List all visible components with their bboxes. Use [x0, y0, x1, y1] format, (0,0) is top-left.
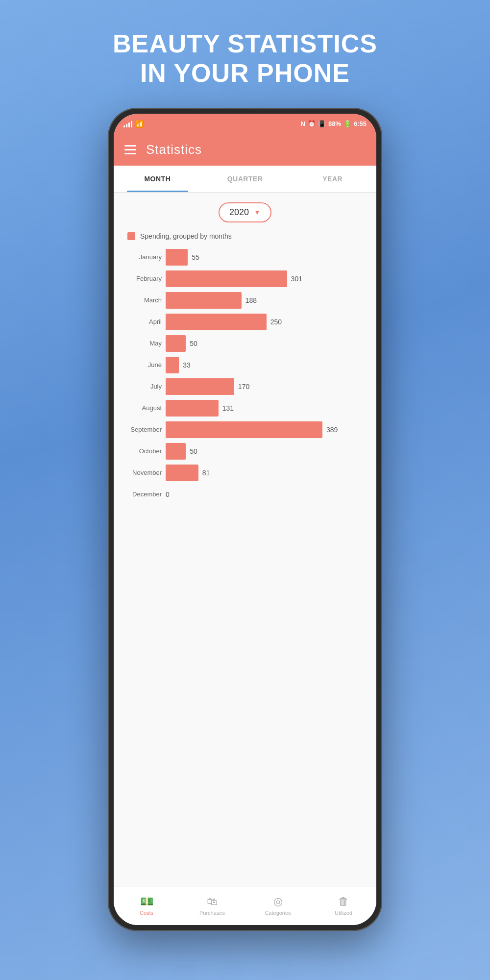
- chart-bar: [166, 335, 186, 352]
- chart-bar-value: 50: [190, 340, 197, 347]
- utilized-label: Utilized: [335, 910, 352, 916]
- status-bar: 📶 N ⏰ 📳 88% 🔋 6:55: [114, 114, 376, 134]
- chart-bar-value: 50: [190, 447, 197, 455]
- chart-row: January55: [122, 248, 368, 267]
- chart-bar: [166, 378, 234, 395]
- chart-row: July170: [122, 377, 368, 396]
- chart-bar-wrap: 50: [166, 335, 368, 352]
- tab-quarter[interactable]: QUARTER: [201, 166, 289, 192]
- chart-month-label: November: [122, 469, 162, 476]
- nav-item-categories[interactable]: ◎ Categories: [245, 886, 311, 925]
- chart-bar-value: 188: [245, 296, 257, 304]
- purchases-icon: 🛍: [207, 895, 218, 908]
- costs-icon: 💵: [140, 895, 153, 908]
- chart-row: June33: [122, 356, 368, 374]
- status-right: N ⏰ 📳 88% 🔋 6:55: [301, 120, 367, 127]
- tab-year[interactable]: YEAR: [289, 166, 376, 192]
- chart-bar: [166, 292, 242, 309]
- chart-bar-wrap: 389: [166, 421, 368, 438]
- battery-icon: 🔋: [343, 120, 351, 127]
- content-area: 2020 ▼ Spending, grouped by months Janua…: [114, 193, 376, 886]
- chart-bar-wrap: 0: [166, 490, 368, 498]
- tab-bar: MONTH QUARTER YEAR: [114, 166, 376, 193]
- chart-row: March188: [122, 291, 368, 310]
- chart-month-label: February: [122, 275, 162, 282]
- status-left: 📶: [123, 120, 144, 128]
- chart-bar: [166, 465, 198, 481]
- chart-bar: [166, 400, 219, 416]
- battery-level: 88%: [328, 120, 341, 127]
- chart-bar-value: 389: [326, 426, 338, 434]
- chart-row: February301: [122, 270, 368, 288]
- wifi-icon: 📶: [135, 120, 144, 128]
- alarm-icon: ⏰: [308, 120, 316, 127]
- chart-row: April250: [122, 313, 368, 331]
- chart-bar-wrap: 301: [166, 270, 368, 287]
- nav-item-purchases[interactable]: 🛍 Purchases: [179, 886, 245, 925]
- nav-item-utilized[interactable]: 🗑 Utilized: [311, 886, 376, 925]
- chart-bar-wrap: 33: [166, 357, 368, 373]
- chart-bar-wrap: 170: [166, 378, 368, 395]
- hamburger-menu[interactable]: [124, 145, 136, 154]
- chart-bar-wrap: 55: [166, 249, 368, 266]
- legend-label: Spending, grouped by months: [140, 232, 232, 240]
- bar-chart: January55February301March188April250May5…: [122, 248, 368, 504]
- chart-month-label: October: [122, 447, 162, 455]
- app-title: Statistics: [146, 142, 202, 157]
- costs-label: Costs: [140, 910, 153, 916]
- chart-row: May50: [122, 334, 368, 353]
- chart-bar-wrap: 50: [166, 443, 368, 460]
- chart-bar-value: 250: [270, 318, 282, 326]
- chart-month-label: September: [122, 426, 162, 433]
- chart-bar-value: 170: [238, 383, 249, 391]
- chart-month-label: December: [122, 490, 162, 498]
- chart-month-label: March: [122, 296, 162, 304]
- chart-bar-wrap: 188: [166, 292, 368, 309]
- categories-label: Categories: [265, 910, 291, 916]
- chart-bar-wrap: 131: [166, 400, 368, 416]
- year-selector-wrap: 2020 ▼: [122, 202, 368, 222]
- phone-screen: 📶 N ⏰ 📳 88% 🔋 6:55 Statistics MONTH: [114, 114, 376, 925]
- chart-bar-wrap: 250: [166, 314, 368, 330]
- chart-month-label: August: [122, 404, 162, 412]
- signal-icon: [123, 121, 132, 127]
- tab-month[interactable]: MONTH: [114, 166, 201, 192]
- chart-row: November81: [122, 464, 368, 482]
- chart-row: August131: [122, 399, 368, 417]
- chart-bar-value: 301: [291, 275, 302, 283]
- chart-month-label: January: [122, 253, 162, 261]
- nav-item-costs[interactable]: 💵 Costs: [114, 886, 179, 925]
- chart-row: October50: [122, 442, 368, 461]
- chart-bar-value: 33: [183, 361, 191, 369]
- chart-legend: Spending, grouped by months: [122, 232, 368, 240]
- chart-bar-value: 0: [166, 490, 170, 498]
- chart-bar-value: 81: [202, 469, 210, 477]
- chart-bar: [166, 270, 287, 287]
- chart-month-label: April: [122, 318, 162, 325]
- bottom-nav: 💵 Costs 🛍 Purchases ◎ Categories 🗑 Utili…: [114, 886, 376, 925]
- chart-row: September389: [122, 420, 368, 439]
- purchases-label: Purchases: [199, 910, 225, 916]
- vibrate-icon: 📳: [318, 120, 326, 127]
- chart-row: December0: [122, 485, 368, 504]
- chart-bar: [166, 443, 186, 460]
- phone-shell: 📶 N ⏰ 📳 88% 🔋 6:55 Statistics MONTH: [108, 108, 382, 931]
- year-selector[interactable]: 2020 ▼: [219, 202, 271, 222]
- categories-icon: ◎: [273, 895, 283, 908]
- year-value: 2020: [229, 207, 249, 218]
- chart-bar-value: 131: [222, 404, 234, 412]
- chart-bar-value: 55: [192, 253, 199, 261]
- legend-color-swatch: [127, 232, 135, 240]
- chart-month-label: May: [122, 340, 162, 347]
- hero-text: BEAUTY STATISTICS IN YOUR PHONE: [113, 29, 377, 88]
- chart-month-label: June: [122, 361, 162, 368]
- utilized-icon: 🗑: [338, 895, 349, 908]
- chart-bar: [166, 421, 322, 438]
- chart-bar-wrap: 81: [166, 465, 368, 481]
- chart-bar: [166, 249, 188, 266]
- chart-month-label: July: [122, 383, 162, 390]
- nfc-icon: N: [301, 120, 305, 127]
- app-header: Statistics: [114, 134, 376, 166]
- chart-bar: [166, 357, 179, 373]
- clock: 6:55: [354, 120, 367, 127]
